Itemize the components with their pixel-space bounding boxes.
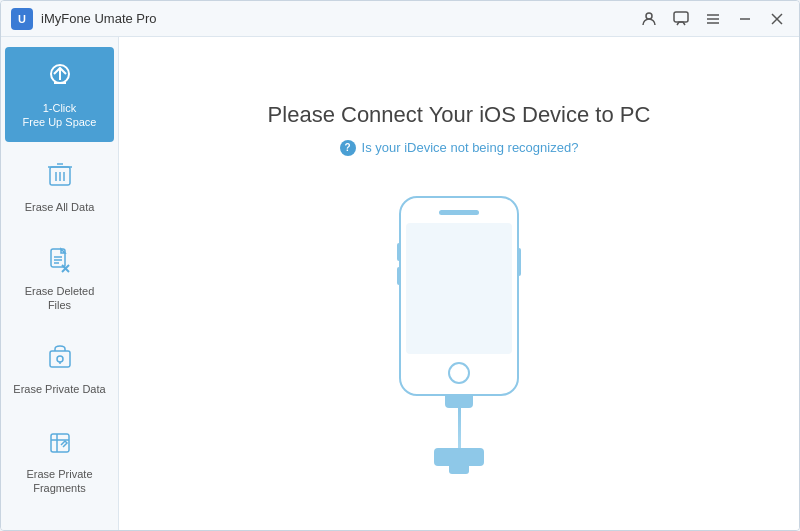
app-logo: U bbox=[11, 8, 33, 30]
sidebar-item-free-up-space[interactable]: 1-ClickFree Up Space bbox=[5, 47, 114, 142]
title-bar: U iMyFone Umate Pro bbox=[1, 1, 799, 37]
phone-speaker bbox=[439, 210, 479, 215]
svg-rect-1 bbox=[674, 12, 688, 22]
phone-body bbox=[399, 196, 519, 396]
erase-private-data-icon bbox=[42, 340, 78, 376]
phone-screen bbox=[406, 223, 513, 354]
sidebar-item-erase-deleted-files[interactable]: Erase Deleted Files bbox=[5, 230, 114, 325]
menu-icon[interactable] bbox=[701, 7, 725, 31]
phone-illustration bbox=[399, 196, 519, 466]
help-link[interactable]: ? Is your iDevice not being recognized? bbox=[340, 140, 579, 156]
phone-connector bbox=[445, 396, 473, 408]
erase-deleted-files-icon bbox=[42, 242, 78, 278]
profile-icon[interactable] bbox=[637, 7, 661, 31]
sidebar: 1-ClickFree Up Space Erase All Data bbox=[1, 37, 119, 530]
erase-private-data-label: Erase Private Data bbox=[13, 382, 105, 396]
erase-deleted-files-label: Erase Deleted Files bbox=[13, 284, 106, 313]
sidebar-item-erase-all-data[interactable]: Erase All Data bbox=[5, 146, 114, 226]
svg-rect-23 bbox=[50, 351, 70, 367]
window-controls bbox=[637, 7, 789, 31]
minimize-button[interactable] bbox=[733, 7, 757, 31]
free-up-space-icon bbox=[42, 59, 78, 95]
help-link-text: Is your iDevice not being recognized? bbox=[362, 140, 579, 155]
chat-icon[interactable] bbox=[669, 7, 693, 31]
cable-line bbox=[458, 408, 461, 448]
vol-buttons bbox=[397, 243, 401, 285]
sidebar-item-erase-private-data[interactable]: Erase Private Data bbox=[5, 328, 114, 408]
help-icon: ? bbox=[340, 140, 356, 156]
vol-down-button bbox=[397, 267, 401, 285]
content-area: Please Connect Your iOS Device to PC ? I… bbox=[119, 37, 799, 530]
close-button[interactable] bbox=[765, 7, 789, 31]
erase-private-fragments-icon bbox=[42, 425, 78, 461]
app-title: iMyFone Umate Pro bbox=[41, 11, 637, 26]
side-button bbox=[517, 248, 521, 276]
phone-home-button bbox=[448, 362, 470, 384]
svg-point-0 bbox=[646, 13, 652, 19]
free-up-space-label: 1-ClickFree Up Space bbox=[23, 101, 97, 130]
vol-up-button bbox=[397, 243, 401, 261]
app-window: U iMyFone Umate Pro bbox=[0, 0, 800, 531]
erase-all-data-icon bbox=[42, 158, 78, 194]
sidebar-item-erase-private-fragments[interactable]: Erase PrivateFragments bbox=[5, 413, 114, 508]
logo-text: U bbox=[18, 13, 26, 25]
connect-title: Please Connect Your iOS Device to PC bbox=[268, 102, 651, 128]
cable-plug bbox=[434, 448, 484, 466]
cable bbox=[434, 408, 484, 466]
erase-all-data-label: Erase All Data bbox=[25, 200, 95, 214]
svg-point-24 bbox=[57, 356, 63, 362]
erase-private-fragments-label: Erase PrivateFragments bbox=[26, 467, 92, 496]
main-area: 1-ClickFree Up Space Erase All Data bbox=[1, 37, 799, 530]
